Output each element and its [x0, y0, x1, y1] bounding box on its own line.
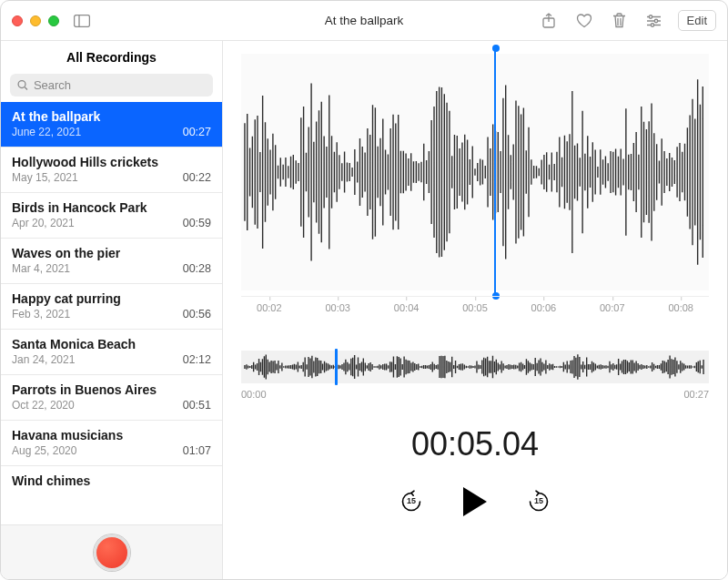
recording-row[interactable]: Birds in Hancock Park Apr 20, 2021 00:59	[1, 193, 222, 239]
recording-duration: 02:12	[183, 353, 211, 366]
waveform-overview[interactable]	[241, 351, 709, 383]
recording-duration: 01:07	[183, 444, 211, 457]
recording-duration: 00:22	[183, 171, 211, 184]
recording-duration: 00:56	[183, 308, 211, 321]
recording-duration: 00:28	[183, 262, 211, 275]
sidebar-footer	[1, 524, 222, 579]
time-tick: 00:03	[325, 302, 350, 313]
time-tick: 00:05	[462, 302, 488, 313]
recording-title: Wind chimes	[12, 473, 211, 488]
recording-row[interactable]: Havana musicians Aug 25, 2020 01:07	[1, 421, 222, 466]
playhead[interactable]	[494, 48, 496, 296]
skip-forward-button[interactable]: 15	[527, 490, 551, 514]
overview-end-time: 00:27	[683, 389, 709, 400]
sidebar: All Recordings At the ballpark June 22, …	[1, 41, 223, 579]
sidebar-toggle-button[interactable]	[74, 15, 90, 27]
recording-title: Havana musicians	[12, 428, 211, 443]
play-icon	[463, 487, 487, 516]
recording-row[interactable]: Waves on the pier Mar 4, 2021 00:28	[1, 239, 222, 284]
edit-button[interactable]: Edit	[678, 10, 716, 31]
recording-date: Feb 3, 2021	[12, 308, 70, 321]
options-button[interactable]	[642, 13, 665, 29]
editor-pane: 00:0200:0300:0400:0500:0600:0700:08 00:0…	[223, 41, 727, 579]
toolbar: Edit	[538, 10, 716, 31]
time-tick: 00:02	[257, 302, 282, 313]
recording-title: Birds in Hancock Park	[12, 200, 211, 215]
sidebar-title: All Recordings	[1, 41, 222, 74]
overview-playhead[interactable]	[335, 349, 338, 385]
maximize-window-button[interactable]	[48, 15, 59, 26]
search-input[interactable]	[34, 78, 206, 92]
time-tick: 00:04	[394, 302, 420, 313]
recording-title: Waves on the pier	[12, 246, 211, 260]
close-window-button[interactable]	[12, 15, 23, 26]
play-button[interactable]	[463, 487, 487, 516]
overview-labels: 00:00 00:27	[241, 389, 709, 400]
window-controls	[12, 15, 59, 26]
recordings-list[interactable]: At the ballpark June 22, 2021 00:27Holly…	[1, 102, 222, 524]
recording-date: Aug 25, 2020	[12, 444, 76, 457]
recording-row[interactable]: Happy cat purring Feb 3, 2021 00:56	[1, 284, 222, 330]
timecode: 00:05.04	[241, 425, 709, 463]
skip-back-button[interactable]: 15	[399, 490, 423, 514]
svg-rect-0	[75, 15, 90, 26]
heart-icon	[576, 14, 592, 28]
recording-row[interactable]: Hollywood Hills crickets May 15, 2021 00…	[1, 148, 222, 193]
recording-duration: 00:27	[183, 126, 211, 138]
share-button[interactable]	[538, 11, 560, 31]
overview-start-time: 00:00	[241, 389, 267, 400]
svg-point-8	[651, 23, 653, 25]
search-field[interactable]	[10, 74, 213, 97]
recording-title: Happy cat purring	[12, 291, 211, 306]
recording-row[interactable]: Wind chimes	[1, 466, 222, 493]
svg-point-4	[649, 15, 652, 17]
skip-back-label: 15	[407, 496, 416, 505]
playback-controls: 15 15	[241, 487, 709, 516]
app-window: At the ballpark	[0, 0, 728, 580]
recording-date: Mar 4, 2021	[12, 262, 70, 275]
time-tick: 00:07	[600, 302, 625, 313]
svg-line-10	[25, 87, 27, 90]
svg-point-6	[654, 19, 657, 22]
waveform-detail[interactable]	[241, 54, 709, 290]
recording-row[interactable]: Santa Monica Beach Jan 24, 2021 02:12	[1, 330, 222, 375]
trash-icon	[612, 13, 626, 28]
titlebar: At the ballpark	[1, 1, 727, 41]
skip-forward-label: 15	[534, 496, 543, 505]
recording-title: At the ballpark	[12, 109, 211, 124]
recording-date: Jan 24, 2021	[12, 353, 75, 366]
time-tick: 00:08	[668, 302, 693, 313]
recording-date: Apr 20, 2021	[12, 217, 75, 229]
recording-date: Oct 22, 2020	[12, 399, 75, 412]
recording-row[interactable]: Parrots in Buenos Aires Oct 22, 2020 00:…	[1, 375, 222, 421]
search-icon	[17, 79, 28, 91]
recording-duration: 00:59	[183, 217, 211, 229]
time-tick: 00:06	[531, 302, 557, 313]
sidebar-icon	[74, 15, 90, 27]
delete-button[interactable]	[609, 11, 630, 30]
recording-date: May 15, 2021	[12, 171, 78, 184]
share-icon	[541, 13, 556, 29]
recording-title: Santa Monica Beach	[12, 337, 211, 351]
waveform-overview-section: 00:00 00:27	[241, 351, 709, 400]
time-ruler: 00:0200:0300:0400:0500:0600:0700:08	[241, 296, 709, 320]
recording-title: Hollywood Hills crickets	[12, 155, 211, 169]
sliders-icon	[646, 15, 662, 27]
favorite-button[interactable]	[572, 12, 596, 30]
svg-point-9	[18, 81, 25, 88]
recording-row[interactable]: At the ballpark June 22, 2021 00:27	[1, 102, 222, 148]
recording-duration: 00:51	[183, 399, 211, 412]
record-button[interactable]	[94, 534, 130, 571]
recording-date: June 22, 2021	[12, 126, 81, 138]
minimize-window-button[interactable]	[30, 15, 41, 26]
recording-title: Parrots in Buenos Aires	[12, 382, 211, 397]
